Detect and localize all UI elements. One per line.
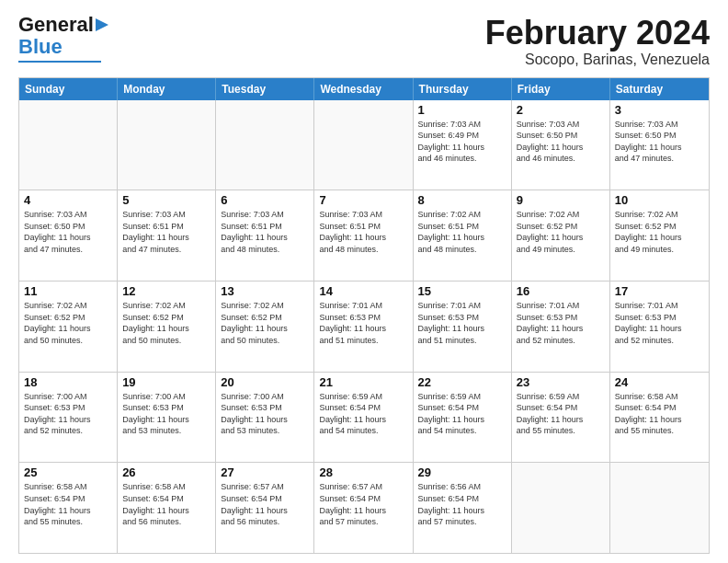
calendar-cell: 11Sunrise: 7:02 AM Sunset: 6:52 PM Dayli…	[19, 282, 118, 372]
calendar-subtitle: Socopo, Barinas, Venezuela	[485, 52, 710, 68]
calendar-cell: 20Sunrise: 7:00 AM Sunset: 6:53 PM Dayli…	[216, 373, 314, 463]
day-number: 8	[418, 193, 506, 207]
header-wednesday: Wednesday	[314, 78, 413, 100]
cell-info: Sunrise: 7:03 AM Sunset: 6:49 PM Dayligh…	[418, 119, 506, 165]
calendar-cell	[610, 463, 709, 553]
day-number: 10	[615, 193, 704, 207]
day-number: 24	[615, 375, 704, 389]
calendar-header: Sunday Monday Tuesday Wednesday Thursday…	[19, 78, 709, 100]
calendar-cell: 10Sunrise: 7:02 AM Sunset: 6:52 PM Dayli…	[610, 190, 709, 281]
calendar-cell: 5Sunrise: 7:03 AM Sunset: 6:51 PM Daylig…	[118, 190, 216, 281]
day-number: 16	[517, 284, 605, 298]
cell-info: Sunrise: 7:00 AM Sunset: 6:53 PM Dayligh…	[221, 391, 309, 437]
cell-info: Sunrise: 7:01 AM Sunset: 6:53 PM Dayligh…	[319, 300, 407, 346]
calendar-cell: 28Sunrise: 6:57 AM Sunset: 6:54 PM Dayli…	[314, 463, 413, 553]
header-saturday: Saturday	[610, 78, 709, 100]
header-friday: Friday	[512, 78, 610, 100]
svg-marker-0	[96, 18, 108, 31]
cell-info: Sunrise: 7:02 AM Sunset: 6:52 PM Dayligh…	[615, 209, 704, 255]
cell-info: Sunrise: 7:02 AM Sunset: 6:51 PM Dayligh…	[418, 209, 506, 255]
calendar-cell: 12Sunrise: 7:02 AM Sunset: 6:52 PM Dayli…	[118, 282, 216, 372]
day-number: 17	[615, 284, 704, 298]
calendar-cell: 22Sunrise: 6:59 AM Sunset: 6:54 PM Dayli…	[414, 373, 512, 463]
calendar-week-1: 1Sunrise: 7:03 AM Sunset: 6:49 PM Daylig…	[19, 100, 709, 191]
calendar-cell: 15Sunrise: 7:01 AM Sunset: 6:53 PM Dayli…	[414, 282, 512, 372]
calendar-cell: 17Sunrise: 7:01 AM Sunset: 6:53 PM Dayli…	[610, 282, 709, 372]
calendar-cell	[118, 100, 216, 190]
cell-info: Sunrise: 7:03 AM Sunset: 6:50 PM Dayligh…	[24, 209, 112, 255]
cell-info: Sunrise: 7:00 AM Sunset: 6:53 PM Dayligh…	[122, 391, 210, 437]
cell-info: Sunrise: 7:00 AM Sunset: 6:53 PM Dayligh…	[24, 391, 112, 437]
cell-info: Sunrise: 7:02 AM Sunset: 6:52 PM Dayligh…	[517, 209, 605, 255]
day-number: 4	[24, 193, 112, 207]
calendar-cell: 29Sunrise: 6:56 AM Sunset: 6:54 PM Dayli…	[414, 463, 512, 553]
logo-general: General	[18, 15, 94, 35]
calendar-cell: 24Sunrise: 6:58 AM Sunset: 6:54 PM Dayli…	[610, 373, 709, 463]
calendar-body: 1Sunrise: 7:03 AM Sunset: 6:49 PM Daylig…	[19, 100, 709, 553]
logo-blue: Blue	[18, 35, 63, 59]
calendar-cell: 14Sunrise: 7:01 AM Sunset: 6:53 PM Dayli…	[314, 282, 413, 372]
calendar-cell: 13Sunrise: 7:02 AM Sunset: 6:52 PM Dayli…	[216, 282, 314, 372]
cell-info: Sunrise: 7:01 AM Sunset: 6:53 PM Dayligh…	[418, 300, 506, 346]
day-number: 7	[319, 193, 407, 207]
cell-info: Sunrise: 6:59 AM Sunset: 6:54 PM Dayligh…	[517, 391, 605, 437]
day-number: 29	[418, 465, 506, 479]
day-number: 12	[122, 284, 210, 298]
page: General Blue February 2024 Socopo, Barin…	[0, 0, 728, 563]
day-number: 14	[319, 284, 407, 298]
logo-underline	[18, 61, 101, 63]
cell-info: Sunrise: 6:59 AM Sunset: 6:54 PM Dayligh…	[418, 391, 506, 437]
calendar-cell	[512, 463, 610, 553]
day-number: 20	[221, 375, 309, 389]
cell-info: Sunrise: 6:58 AM Sunset: 6:54 PM Dayligh…	[122, 481, 210, 527]
header-monday: Monday	[118, 78, 216, 100]
day-number: 23	[517, 375, 605, 389]
cell-info: Sunrise: 7:03 AM Sunset: 6:51 PM Dayligh…	[122, 209, 210, 255]
day-number: 22	[418, 375, 506, 389]
calendar-cell: 7Sunrise: 7:03 AM Sunset: 6:51 PM Daylig…	[314, 190, 413, 281]
calendar-cell	[216, 100, 314, 190]
calendar-cell: 3Sunrise: 7:03 AM Sunset: 6:50 PM Daylig…	[610, 100, 709, 190]
cell-info: Sunrise: 7:03 AM Sunset: 6:50 PM Dayligh…	[517, 119, 605, 165]
header: General Blue February 2024 Socopo, Barin…	[18, 15, 710, 68]
header-sunday: Sunday	[19, 78, 118, 100]
day-number: 11	[24, 284, 112, 298]
day-number: 25	[24, 465, 112, 479]
day-number: 6	[221, 193, 309, 207]
calendar-cell: 16Sunrise: 7:01 AM Sunset: 6:53 PM Dayli…	[512, 282, 610, 372]
cell-info: Sunrise: 7:03 AM Sunset: 6:51 PM Dayligh…	[319, 209, 407, 255]
calendar-week-2: 4Sunrise: 7:03 AM Sunset: 6:50 PM Daylig…	[19, 190, 709, 282]
calendar-cell: 2Sunrise: 7:03 AM Sunset: 6:50 PM Daylig…	[512, 100, 610, 190]
logo: General Blue	[18, 15, 112, 63]
header-tuesday: Tuesday	[216, 78, 314, 100]
calendar-cell: 1Sunrise: 7:03 AM Sunset: 6:49 PM Daylig…	[414, 100, 512, 190]
calendar-cell: 9Sunrise: 7:02 AM Sunset: 6:52 PM Daylig…	[512, 190, 610, 281]
cell-info: Sunrise: 7:02 AM Sunset: 6:52 PM Dayligh…	[221, 300, 309, 346]
day-number: 27	[221, 465, 309, 479]
day-number: 2	[517, 103, 605, 117]
day-number: 26	[122, 465, 210, 479]
day-number: 21	[319, 375, 407, 389]
day-number: 13	[221, 284, 309, 298]
calendar-cell	[314, 100, 413, 190]
day-number: 18	[24, 375, 112, 389]
calendar-cell: 25Sunrise: 6:58 AM Sunset: 6:54 PM Dayli…	[19, 463, 118, 553]
logo-arrow-icon	[96, 17, 112, 33]
calendar-week-4: 18Sunrise: 7:00 AM Sunset: 6:53 PM Dayli…	[19, 373, 709, 464]
day-number: 28	[319, 465, 407, 479]
header-thursday: Thursday	[414, 78, 512, 100]
calendar-cell: 6Sunrise: 7:03 AM Sunset: 6:51 PM Daylig…	[216, 190, 314, 281]
calendar-week-5: 25Sunrise: 6:58 AM Sunset: 6:54 PM Dayli…	[19, 463, 709, 553]
calendar-cell: 26Sunrise: 6:58 AM Sunset: 6:54 PM Dayli…	[118, 463, 216, 553]
cell-info: Sunrise: 7:02 AM Sunset: 6:52 PM Dayligh…	[122, 300, 210, 346]
cell-info: Sunrise: 7:01 AM Sunset: 6:53 PM Dayligh…	[517, 300, 605, 346]
cell-info: Sunrise: 6:56 AM Sunset: 6:54 PM Dayligh…	[418, 481, 506, 527]
calendar-cell	[19, 100, 118, 190]
title-block: February 2024 Socopo, Barinas, Venezuela	[485, 15, 710, 68]
calendar-week-3: 11Sunrise: 7:02 AM Sunset: 6:52 PM Dayli…	[19, 282, 709, 373]
cell-info: Sunrise: 6:59 AM Sunset: 6:54 PM Dayligh…	[319, 391, 407, 437]
calendar-cell: 8Sunrise: 7:02 AM Sunset: 6:51 PM Daylig…	[414, 190, 512, 281]
calendar-cell: 4Sunrise: 7:03 AM Sunset: 6:50 PM Daylig…	[19, 190, 118, 281]
cell-info: Sunrise: 7:03 AM Sunset: 6:50 PM Dayligh…	[615, 119, 704, 165]
cell-info: Sunrise: 6:58 AM Sunset: 6:54 PM Dayligh…	[24, 481, 112, 527]
